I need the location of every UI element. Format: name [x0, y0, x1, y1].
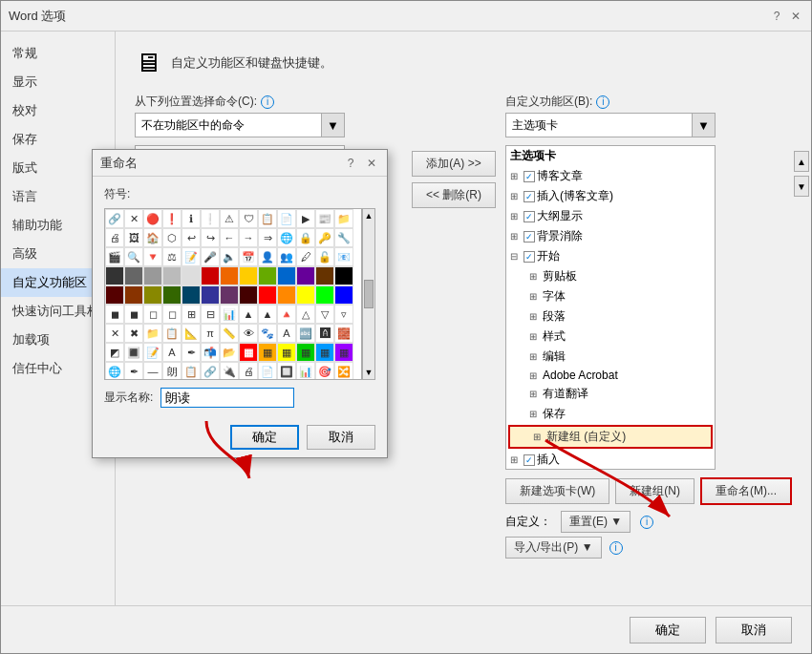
symbol-cell[interactable]: ▲ [258, 305, 277, 324]
symbol-cell[interactable] [258, 266, 277, 285]
symbol-scrollbar[interactable]: ▲ ▼ [362, 208, 375, 380]
symbol-cell[interactable] [296, 285, 315, 305]
symbol-cell[interactable]: 📧 [334, 247, 353, 266]
symbol-cell[interactable]: ✒ [182, 343, 201, 362]
symbol-cell[interactable]: 📬 [201, 343, 220, 362]
symbol-cell[interactable] [239, 285, 258, 305]
symbol-cell[interactable] [258, 285, 277, 305]
symbol-cell[interactable]: 🌐 [105, 362, 124, 380]
symbol-cell[interactable] [182, 285, 201, 305]
symbol-cell[interactable]: 🏠 [143, 228, 162, 247]
symbol-cell[interactable]: 📋 [182, 362, 201, 380]
symbol-cell[interactable]: 🅰 [315, 324, 334, 343]
symbol-cell[interactable]: 📝 [143, 343, 162, 362]
symbol-cell[interactable]: — [143, 362, 162, 380]
symbol-cell[interactable] [220, 285, 239, 305]
symbol-cell[interactable] [201, 266, 220, 285]
symbol-cell[interactable]: 🔧 [334, 228, 353, 247]
symbol-cell[interactable]: ✒ [124, 362, 143, 380]
symbol-cell[interactable]: ◼ [124, 305, 143, 324]
symbol-cell[interactable]: ✖ [124, 324, 143, 343]
symbol-cell[interactable]: 🔤 [296, 324, 315, 343]
symbol-cell[interactable] [277, 285, 296, 305]
dialog-cancel-button[interactable]: 取消 [307, 425, 375, 450]
symbol-cell[interactable]: 🛡 [239, 209, 258, 228]
symbol-cell[interactable]: ⚖ [162, 247, 182, 266]
symbol-cell[interactable] [334, 285, 353, 305]
symbol-cell[interactable]: 📋 [162, 324, 182, 343]
symbol-cell[interactable]: ▦ [239, 343, 258, 362]
symbol-cell[interactable] [105, 285, 124, 305]
symbol-cell[interactable]: ⬡ [162, 228, 182, 247]
symbol-cell[interactable]: ↩ [182, 228, 201, 247]
symbol-cell[interactable]: 📁 [334, 209, 353, 228]
symbol-cell[interactable]: 📄 [277, 209, 296, 228]
symbol-cell[interactable]: 🎬 [105, 247, 124, 266]
symbol-cell[interactable] [315, 285, 334, 305]
symbol-cell[interactable]: ❕ [201, 209, 220, 228]
symbol-cell[interactable]: ← [220, 228, 239, 247]
symbol-cell[interactable]: ▶ [296, 209, 315, 228]
symbol-cell[interactable]: 🔀 [334, 362, 353, 380]
symbol-cell[interactable] [334, 266, 353, 285]
symbol-cell[interactable] [143, 266, 162, 285]
symbol-cell[interactable]: 📝 [182, 247, 201, 266]
symbol-cell[interactable]: 🔗 [201, 362, 220, 380]
symbol-cell[interactable]: 📋 [258, 209, 277, 228]
symbol-cell[interactable]: ▽ [315, 305, 334, 324]
symbol-cell[interactable] [124, 266, 143, 285]
symbol-cell[interactable]: ⊞ [182, 305, 201, 324]
name-input[interactable] [160, 388, 294, 408]
symbol-cell[interactable]: → [239, 228, 258, 247]
scrollbar-thumb[interactable] [364, 280, 374, 308]
symbol-cell[interactable]: ▦ [315, 343, 334, 362]
symbol-cell[interactable]: ▦ [258, 343, 277, 362]
symbol-cell[interactable]: 🔈 [220, 247, 239, 266]
symbol-cell[interactable]: 🖼 [124, 228, 143, 247]
symbol-cell[interactable]: 🔒 [296, 228, 315, 247]
symbol-cell[interactable]: 朗 [162, 362, 182, 380]
symbol-cell[interactable]: 🌐 [277, 228, 296, 247]
symbol-cell[interactable]: △ [296, 305, 315, 324]
dialog-close-button[interactable]: ✕ [364, 156, 379, 171]
symbol-cell[interactable]: 📄 [258, 362, 277, 380]
symbol-cell[interactable]: 🔍 [124, 247, 143, 266]
symbol-cell[interactable]: 🔺 [277, 305, 296, 324]
symbol-cell[interactable]: 🖨 [239, 362, 258, 380]
symbol-cell[interactable]: 🐾 [258, 324, 277, 343]
symbol-cell[interactable]: 🎯 [315, 362, 334, 380]
symbol-cell[interactable]: 👤 [258, 247, 277, 266]
symbol-cell[interactable]: 🔗 [105, 209, 124, 228]
symbol-cell[interactable]: 📏 [220, 324, 239, 343]
symbol-cell[interactable]: 🎤 [201, 247, 220, 266]
symbol-cell[interactable]: 🧱 [334, 324, 353, 343]
symbol-cell[interactable]: ▿ [334, 305, 353, 324]
symbol-cell[interactable]: 👥 [277, 247, 296, 266]
symbol-cell[interactable]: 🔌 [220, 362, 239, 380]
symbol-cell[interactable]: 📐 [182, 324, 201, 343]
symbol-cell[interactable]: ▦ [334, 343, 353, 362]
symbol-cell[interactable]: ✕ [105, 324, 124, 343]
symbol-cell[interactable]: ◼ [105, 305, 124, 324]
symbol-cell[interactable]: 🔳 [124, 343, 143, 362]
symbol-cell[interactable] [162, 266, 182, 285]
symbol-cell[interactable] [315, 266, 334, 285]
symbol-cell[interactable]: ⊟ [201, 305, 220, 324]
symbol-cell[interactable]: 📁 [143, 324, 162, 343]
symbol-cell[interactable]: 🔑 [315, 228, 334, 247]
symbol-cell[interactable]: 📰 [315, 209, 334, 228]
symbol-cell[interactable]: ⇒ [258, 228, 277, 247]
symbol-cell[interactable]: 🔴 [143, 209, 162, 228]
dialog-ok-button[interactable]: 确定 [230, 425, 299, 450]
symbol-cell[interactable]: ▦ [277, 343, 296, 362]
symbol-cell[interactable]: 📊 [220, 305, 239, 324]
symbol-cell[interactable] [162, 285, 182, 305]
symbol-cell[interactable]: A [162, 343, 182, 362]
symbol-grid[interactable]: 🔗 ✕ 🔴 ❗ ℹ ❕ ⚠ 🛡 📋 📄 ▶ 📰 📁 [104, 208, 362, 380]
symbol-cell[interactable] [143, 285, 162, 305]
symbol-cell[interactable]: ◩ [105, 343, 124, 362]
symbol-cell[interactable]: ◻ [162, 305, 182, 324]
symbol-cell[interactable]: ✕ [124, 209, 143, 228]
symbol-cell[interactable] [105, 266, 124, 285]
symbol-cell[interactable]: 🖊 [296, 247, 315, 266]
